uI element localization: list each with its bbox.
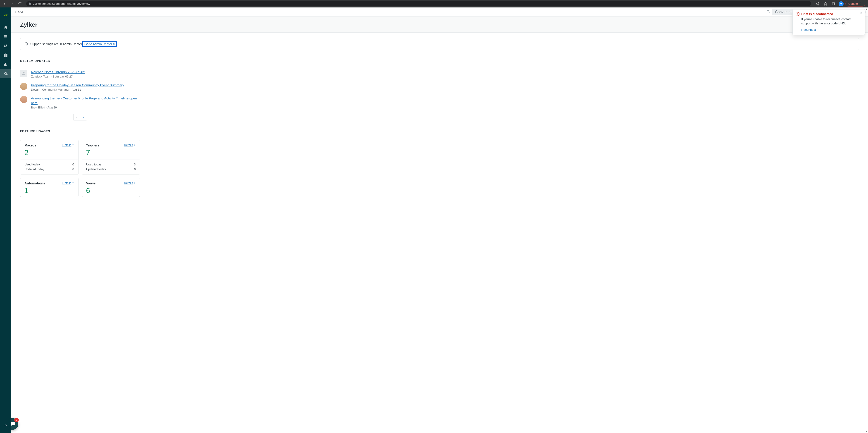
- card-count: 1: [20, 185, 78, 197]
- page-prev-button: ‹: [73, 114, 80, 121]
- card-title: Automations: [24, 181, 45, 185]
- details-link[interactable]: Details: [124, 143, 136, 147]
- svg-point-18: [26, 43, 27, 43]
- details-link[interactable]: Details: [62, 181, 74, 185]
- system-updates-heading: SYSTEM UPDATES: [20, 59, 140, 63]
- svg-point-3: [767, 10, 769, 12]
- toast-body: If you're unable to reconnect, contact s…: [796, 17, 862, 26]
- feature-card-triggers: Triggers Details 7 Used today3 Updated t…: [82, 140, 140, 174]
- browser-update-button[interactable]: Update ⋮: [845, 1, 865, 6]
- go-to-admin-center-link[interactable]: Go to Admin Center⧉: [82, 41, 117, 47]
- title-bar: Zylker: [11, 17, 868, 33]
- update-title-link[interactable]: Announcing the new Customer Profile Page…: [31, 96, 137, 105]
- external-link-icon: ⧉: [113, 43, 115, 46]
- panel-icon[interactable]: [831, 1, 837, 7]
- sidebar-reporting[interactable]: [0, 60, 11, 69]
- details-link[interactable]: Details: [62, 143, 74, 147]
- kebab-icon: ⋮: [859, 2, 862, 5]
- sidebar-zendesk-products[interactable]: [0, 421, 11, 430]
- toast-title: Chat is disconnected: [801, 12, 833, 16]
- update-item: Preparing for the Holiday Season Communi…: [20, 83, 140, 91]
- add-button[interactable]: + Add: [14, 10, 23, 14]
- svg-line-4: [769, 12, 770, 13]
- feature-usages-section: FEATURE USAGES Macros Details 2 Used tod…: [20, 130, 140, 197]
- avatar-user-icon: [20, 96, 27, 103]
- search-button[interactable]: [767, 10, 770, 14]
- update-meta: Brett Elliott · Aug 29: [31, 106, 140, 109]
- top-bar: + Add Conversations 0: [11, 7, 868, 17]
- card-count: 6: [82, 185, 140, 197]
- update-title-link[interactable]: Preparing for the Holiday Season Communi…: [31, 83, 124, 87]
- feature-card-automations: Automations Details 1: [20, 178, 79, 197]
- nav-back-button[interactable]: [1, 1, 8, 7]
- bookmark-star-icon[interactable]: [822, 1, 829, 7]
- card-title: Triggers: [86, 143, 99, 147]
- url-bar[interactable]: zylker.zendesk.com/agent/admin/overview: [26, 1, 811, 6]
- chat-badge-count: 3: [14, 418, 19, 422]
- browser-chrome: zylker.zendesk.com/agent/admin/overview …: [0, 0, 868, 7]
- sidebar-customers[interactable]: [0, 41, 11, 51]
- sidebar-home[interactable]: [0, 23, 11, 32]
- banner-text: Support settings are in Admin Center.: [30, 42, 83, 46]
- scrollbar[interactable]: ▲ ▼: [865, 7, 868, 433]
- page-title: Zylker: [20, 21, 859, 28]
- nav-forward-button[interactable]: [9, 1, 16, 7]
- details-link[interactable]: Details: [124, 181, 136, 185]
- chat-widget-button[interactable]: 3: [11, 418, 18, 430]
- update-item: Announcing the new Customer Profile Page…: [20, 96, 140, 109]
- sidebar-organizations[interactable]: [0, 51, 11, 60]
- profile-avatar[interactable]: V: [839, 1, 844, 6]
- sidebar: [0, 7, 11, 433]
- scroll-up-icon: ▲: [866, 8, 868, 10]
- error-icon: !: [796, 12, 800, 16]
- update-title-link[interactable]: Release Notes Through 2022-09-02: [31, 70, 85, 74]
- lock-icon: [29, 2, 31, 5]
- system-updates-section: SYSTEM UPDATES Release Notes Through 202…: [20, 59, 140, 121]
- scroll-area[interactable]: Support settings are in Admin Center.Go …: [11, 33, 868, 433]
- pagination: ‹ ›: [73, 114, 87, 121]
- nav-reload-button[interactable]: [17, 1, 23, 7]
- feature-card-views: Views Details 6: [82, 178, 140, 197]
- card-count: 7: [82, 147, 140, 160]
- update-meta: Devan - Community Manager · Aug 31: [31, 88, 124, 91]
- card-title: Macros: [24, 143, 36, 147]
- update-meta: Zendesk Team · Saturday 05:27: [31, 75, 85, 78]
- main-content: + Add Conversations 0: [11, 7, 868, 433]
- info-icon: [24, 42, 28, 46]
- update-item: Release Notes Through 2022-09-02 Zendesk…: [20, 70, 140, 78]
- avatar-placeholder-icon: [20, 70, 27, 77]
- svg-marker-0: [824, 2, 827, 5]
- card-count: 2: [20, 147, 78, 160]
- sidebar-views[interactable]: [0, 32, 11, 41]
- scroll-down-icon: ▼: [866, 430, 868, 433]
- close-icon[interactable]: ×: [860, 11, 862, 15]
- reconnect-link[interactable]: Reconnect: [796, 28, 816, 31]
- svg-rect-2: [834, 2, 835, 5]
- send-icon[interactable]: [814, 1, 820, 7]
- avatar-user-icon: [20, 83, 27, 90]
- sidebar-admin[interactable]: [0, 69, 11, 78]
- plus-icon: +: [14, 10, 16, 14]
- feature-card-macros: Macros Details 2 Used today0 Updated tod…: [20, 140, 79, 174]
- url-text: zylker.zendesk.com/agent/admin/overview: [33, 2, 90, 5]
- chat-disconnected-toast: × ! Chat is disconnected If you're unabl…: [793, 9, 865, 35]
- feature-usages-heading: FEATURE USAGES: [20, 130, 140, 133]
- admin-center-banner: Support settings are in Admin Center.Go …: [20, 38, 859, 50]
- zendesk-logo-icon[interactable]: [0, 11, 11, 20]
- page-next-button[interactable]: ›: [80, 114, 87, 121]
- card-title: Views: [86, 181, 96, 185]
- app-shell: + Add Conversations 0: [0, 7, 868, 433]
